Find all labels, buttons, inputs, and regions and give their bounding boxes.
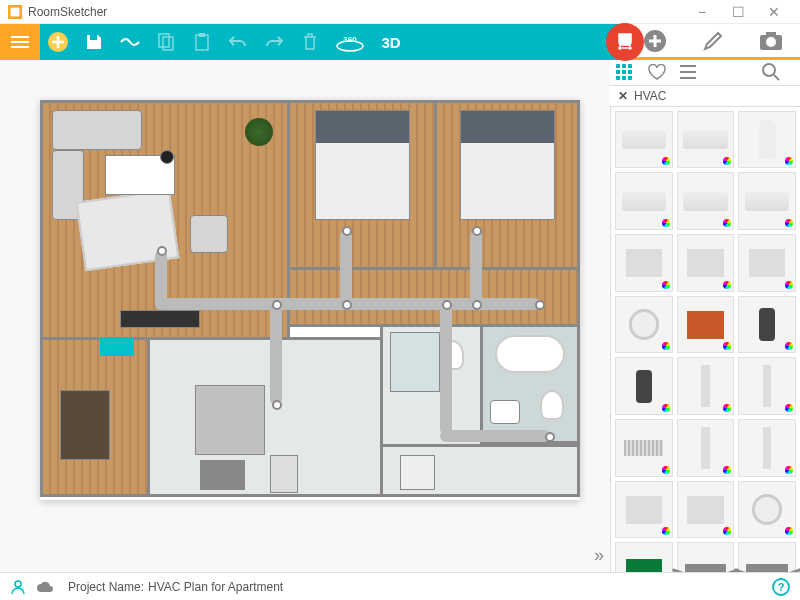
ac-window-unit-thumb <box>622 130 667 149</box>
library-item-ceiling-fan-2[interactable] <box>738 542 796 572</box>
svg-rect-14 <box>622 64 626 68</box>
app-logo-icon <box>8 5 22 19</box>
paste-button[interactable] <box>184 24 220 60</box>
library-item-duct-pipe-2[interactable] <box>738 357 796 415</box>
favorites-tab[interactable] <box>648 64 680 80</box>
hallway[interactable] <box>287 267 580 327</box>
close-button[interactable]: ✕ <box>756 4 792 20</box>
svg-rect-23 <box>680 71 696 73</box>
library-item-duct-pipe-4[interactable] <box>738 419 796 477</box>
library-item-furnace[interactable] <box>738 234 796 292</box>
color-swatch-icon <box>662 281 670 289</box>
duct-junction-2[interactable] <box>342 300 352 310</box>
radiator-dark-thumb <box>636 370 652 403</box>
expand-panel-button[interactable]: » <box>594 545 604 566</box>
library-item-ac-split-unit[interactable] <box>677 111 735 169</box>
duct-kitchen-v[interactable] <box>270 305 282 405</box>
ac-wall-unit-1-thumb <box>622 192 667 211</box>
redo-icon <box>265 34 283 50</box>
view-3d-button[interactable]: 3D <box>372 24 410 60</box>
delete-button[interactable] <box>292 24 328 60</box>
duct-end-2[interactable] <box>545 432 555 442</box>
library-item-exit-sign[interactable] <box>615 542 673 572</box>
maximize-button[interactable]: ☐ <box>720 4 756 20</box>
heater-orange-thumb <box>687 311 723 339</box>
duct-bed1-v[interactable] <box>340 230 352 305</box>
stove <box>200 460 245 490</box>
svg-rect-24 <box>680 77 696 79</box>
library-item-thermostat-round[interactable] <box>615 296 673 354</box>
user-icon[interactable] <box>10 579 26 595</box>
library-item-wall-outlet-1[interactable] <box>615 481 673 539</box>
library-item-wall-outlet-2[interactable] <box>677 481 735 539</box>
duct-node-3[interactable] <box>472 226 482 236</box>
library-item-ac-wall-unit-3[interactable] <box>738 172 796 230</box>
library-item-ceiling-fan-1[interactable] <box>677 542 735 572</box>
mode-tabs <box>626 24 800 60</box>
library-item-duct-pipe-3[interactable] <box>677 419 735 477</box>
library-item-vacuum[interactable] <box>738 296 796 354</box>
svg-point-11 <box>766 37 776 47</box>
library-item-ac-wall-unit-2[interactable] <box>677 172 735 230</box>
undo-button[interactable] <box>220 24 256 60</box>
fridge <box>270 455 298 493</box>
category-close-button[interactable]: ✕ <box>618 89 628 103</box>
duct-lower-h[interactable] <box>440 430 550 442</box>
copy-button[interactable] <box>148 24 184 60</box>
duct-node-4[interactable] <box>272 400 282 410</box>
library-item-radiator-dark[interactable] <box>615 357 673 415</box>
search-tab[interactable] <box>762 63 794 81</box>
duct-bed2-v[interactable] <box>470 230 482 305</box>
hvac-unit-placed[interactable] <box>100 338 134 356</box>
ceiling-fan-2-thumb <box>746 564 788 572</box>
duct-junction-4[interactable] <box>472 300 482 310</box>
furniture-mode-badge[interactable] <box>606 23 644 61</box>
armchair <box>190 215 228 253</box>
cloud-sync-icon[interactable] <box>36 581 54 593</box>
library-item-air-purifier-tall[interactable] <box>738 111 796 169</box>
duct-junction-3[interactable] <box>442 300 452 310</box>
duct-node-2[interactable] <box>342 226 352 236</box>
view-360-button[interactable]: 360 <box>328 24 372 60</box>
help-button[interactable]: ? <box>772 578 790 596</box>
menu-button[interactable] <box>0 24 40 60</box>
duct-junction-1[interactable] <box>272 300 282 310</box>
categories-tab[interactable] <box>616 64 648 80</box>
save-button[interactable] <box>76 24 112 60</box>
svg-point-25 <box>763 64 775 76</box>
library-item-duct-pipe-1[interactable] <box>677 357 735 415</box>
library-item-ac-wall-unit-1[interactable] <box>615 172 673 230</box>
library-item-heater-orange[interactable] <box>677 296 735 354</box>
library-item-hvac-box-1[interactable] <box>615 234 673 292</box>
add-button[interactable] <box>40 24 76 60</box>
color-swatch-icon <box>723 157 731 165</box>
edit-mode-tab[interactable] <box>684 24 742 57</box>
duct-node-1[interactable] <box>157 246 167 256</box>
redo-button[interactable] <box>256 24 292 60</box>
app-title: RoomSketcher <box>28 5 107 19</box>
kitchen[interactable] <box>147 337 383 497</box>
floorplan-canvas[interactable]: » <box>0 60 610 572</box>
minimize-button[interactable]: − <box>684 4 720 20</box>
library-item-wall-outlet-round[interactable] <box>738 481 796 539</box>
thermostat-round-thumb <box>629 309 660 340</box>
floorplan[interactable] <box>40 100 580 500</box>
undo-icon <box>229 34 247 50</box>
duct-bath-v[interactable] <box>440 305 452 435</box>
duct-living-v[interactable] <box>155 250 167 310</box>
library-item-vent-grille[interactable] <box>615 419 673 477</box>
duct-end-1[interactable] <box>535 300 545 310</box>
wall-tool-button[interactable] <box>112 24 148 60</box>
list-tab[interactable] <box>680 64 712 80</box>
color-swatch-icon <box>785 281 793 289</box>
hvac-box-1-thumb <box>626 249 662 277</box>
library-item-hvac-box-2[interactable] <box>677 234 735 292</box>
sink-1 <box>490 400 520 424</box>
svg-rect-22 <box>680 65 696 67</box>
color-swatch-icon <box>723 342 731 350</box>
library-item-ac-window-unit[interactable] <box>615 111 673 169</box>
hamburger-icon <box>11 41 29 43</box>
trash-icon <box>303 33 317 51</box>
color-swatch-icon <box>723 527 731 535</box>
camera-mode-tab[interactable] <box>742 24 800 57</box>
